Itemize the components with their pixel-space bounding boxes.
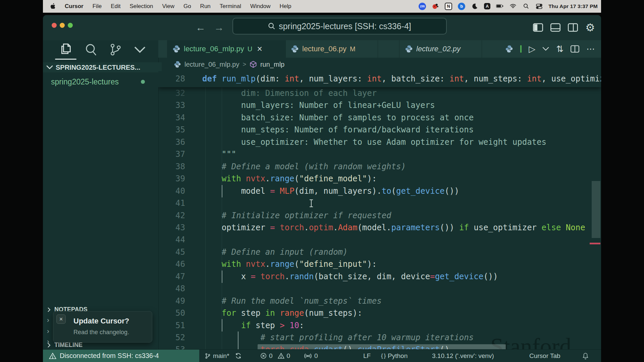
code-line-28[interactable]: 28def run_mlp(dim: int, num_layers: int,… — [158, 73, 601, 85]
chevron-right-icon[interactable]: › — [47, 327, 49, 335]
breadcrumb-symbol[interactable]: run_mlp — [260, 61, 284, 68]
sync-changes-icon[interactable]: ⇅ — [556, 40, 564, 58]
back-button[interactable]: ← — [196, 20, 206, 35]
sidebar-section-timeline[interactable]: TIMELINE — [43, 342, 83, 349]
line-number: 28 — [158, 73, 185, 85]
line-number: 41 — [158, 197, 185, 209]
remote-indicator[interactable]: Disconnected from SSH: cs336-4 — [43, 350, 199, 362]
problems-indicator[interactable]: 0 0 — [260, 350, 290, 362]
settings-gear-icon[interactable]: ⚙ — [585, 20, 595, 35]
tab-lecture-06-mlp[interactable]: lecture_06_mlp.py U × — [167, 40, 286, 58]
close-tab-icon[interactable]: × — [257, 44, 262, 54]
code-line-33[interactable]: 33num_layers: Number of linear+GeLU laye… — [158, 99, 601, 112]
code-line-51[interactable]: 51if step > 10: — [158, 319, 601, 332]
code-line-37[interactable]: 37""" — [158, 148, 601, 161]
dice-icon[interactable] — [432, 3, 439, 10]
zoom-icon[interactable]: zm — [419, 3, 426, 10]
code-line-36[interactable]: 36use_optimizer: Whether to use Adam opt… — [158, 136, 601, 148]
menu-item-view[interactable]: View — [162, 3, 174, 10]
menubar-clock[interactable]: Thu Apr 17 3:37 PM — [548, 3, 598, 9]
blue-b-icon[interactable]: b — [458, 3, 465, 10]
close-icon[interactable]: × — [56, 314, 66, 324]
tab-lecture-06[interactable]: lecture_06.py M — [285, 40, 378, 58]
code-line-43[interactable]: 43optimizer = torch.optim.Adam(model.par… — [158, 222, 601, 234]
notion-icon[interactable]: N — [445, 3, 452, 10]
code-line-50[interactable]: 50for step in range(num_steps): — [158, 307, 601, 319]
code-line-48[interactable]: 48 — [158, 283, 601, 295]
menu-item-selection[interactable]: Selection — [129, 3, 153, 10]
code-line-39[interactable]: 39with nvtx.range("define_model"): — [158, 173, 601, 185]
line-number: 32 — [158, 87, 185, 100]
chevron-right-icon[interactable]: › — [47, 316, 49, 324]
notifications-bell[interactable] — [582, 350, 589, 362]
split-editor-icon[interactable] — [571, 45, 579, 53]
menu-item-go[interactable]: Go — [183, 3, 191, 10]
sync-icon[interactable] — [235, 353, 241, 359]
interpreter-indicator[interactable]: 3.10.12 ('.venv': venv) — [432, 350, 494, 362]
focus-moon-icon[interactable] — [471, 3, 478, 10]
code-line-44[interactable]: 44 — [158, 234, 601, 246]
update-notification[interactable]: × Update Cursor? Read the changelog. — [53, 311, 152, 343]
code-line-40[interactable]: 40model = MLP(dim, num_layers).to(get_de… — [158, 185, 601, 197]
code-line-47[interactable]: 47x = torch.randn(batch_size, dim, devic… — [158, 270, 601, 283]
cursor-tab-indicator[interactable]: Cursor Tab — [529, 350, 560, 362]
python-icon — [405, 45, 413, 53]
code-line-35[interactable]: 35num_steps: Number of forward/backward … — [158, 124, 601, 136]
source-control-icon[interactable] — [109, 42, 122, 57]
chevron-down-icon[interactable] — [134, 46, 146, 54]
sidebar-item-spring2025-lectures[interactable]: spring2025-lectures — [43, 76, 166, 87]
code-line-41[interactable]: 41 — [158, 197, 601, 209]
breadcrumb-file[interactable]: lecture_06_mlp.py — [184, 61, 239, 68]
breadcrumb[interactable]: lecture_06_mlp.py > run_mlp — [158, 58, 601, 71]
forward-button[interactable]: → — [214, 20, 224, 35]
more-actions-icon[interactable]: ⋯ — [586, 40, 595, 58]
menu-item-run[interactable]: Run — [200, 3, 211, 10]
minimize-window-button[interactable] — [60, 23, 65, 28]
code-line-38[interactable]: 38# Define a model (with random weights) — [158, 161, 601, 173]
command-center-search[interactable]: spring2025-lectures [SSH: cs336-4] — [232, 18, 447, 35]
search-icon — [268, 22, 275, 30]
code-line-34[interactable]: 34batch_size: Number of samples to proce… — [158, 112, 601, 124]
apple-icon[interactable] — [50, 3, 56, 9]
explorer-section-header[interactable]: SPRING2025-LECTURES... — [43, 62, 162, 72]
explorer-icon[interactable] — [59, 42, 72, 57]
code-line-45[interactable]: 45# Define an input (random) — [158, 246, 601, 258]
wifi-icon[interactable] — [509, 3, 517, 10]
code-line-46[interactable]: 46with nvtx.range("define_input"): — [158, 258, 601, 270]
overview-ruler-error-mark — [590, 243, 600, 244]
control-center-icon[interactable] — [535, 3, 543, 10]
sticky-scroll-line[interactable]: 28def run_mlp(dim: int, num_layers: int,… — [158, 71, 601, 87]
menu-item-edit[interactable]: Edit — [111, 3, 120, 10]
menu-item-window[interactable]: Window — [250, 3, 270, 10]
cursor-tab-label: Cursor Tab — [529, 352, 560, 360]
code-line-53[interactable]: 53torch.cuda.cudart().cudaProfilerStart(… — [158, 344, 601, 350]
close-window-button[interactable] — [52, 23, 57, 28]
status-bar: Disconnected from SSH: cs336-4 main* 0 0… — [43, 349, 601, 362]
menu-item-cursor[interactable]: Cursor — [65, 3, 84, 10]
code-line-49[interactable]: 49# Run the model `num_steps` times — [158, 295, 601, 307]
search-sidebar-icon[interactable] — [84, 42, 98, 57]
scrollbar-thumb[interactable] — [592, 181, 600, 238]
notification-link[interactable]: Read the changelog. — [73, 329, 129, 336]
code-line-42[interactable]: 42# Initialize optimizer if requested — [158, 209, 601, 222]
run-file-icon[interactable]: ▷ — [529, 40, 535, 58]
menu-item-terminal[interactable]: Terminal — [220, 3, 241, 10]
alttab-icon[interactable]: A — [484, 3, 490, 9]
battery-icon[interactable] — [496, 3, 503, 10]
toggle-panel-icon[interactable] — [550, 23, 560, 32]
toggle-sidebar-icon[interactable] — [533, 23, 543, 32]
ports-indicator[interactable]: 0 — [304, 350, 318, 362]
run-dropdown-icon[interactable] — [542, 47, 549, 51]
branch-indicator[interactable]: main* — [205, 350, 241, 362]
zoom-window-button[interactable] — [68, 23, 73, 28]
code-line-32[interactable]: 32dim: Dimension of each layer — [158, 87, 601, 100]
code-editor[interactable]: Stanford 28def run_mlp(dim: int, num_lay… — [158, 71, 601, 350]
spotlight-icon[interactable] — [522, 3, 530, 10]
language-indicator[interactable]: { } Python — [381, 350, 408, 362]
code-line-52[interactable]: 52# start profiling after 10 warmup iter… — [158, 331, 601, 344]
menu-item-file[interactable]: File — [93, 3, 102, 10]
menu-item-help[interactable]: Help — [280, 3, 291, 10]
eol-indicator[interactable]: LF — [363, 350, 371, 362]
toggle-secondary-sidebar-icon[interactable] — [568, 23, 578, 32]
tab-lecture-02[interactable]: lecture_02.py — [399, 40, 482, 58]
